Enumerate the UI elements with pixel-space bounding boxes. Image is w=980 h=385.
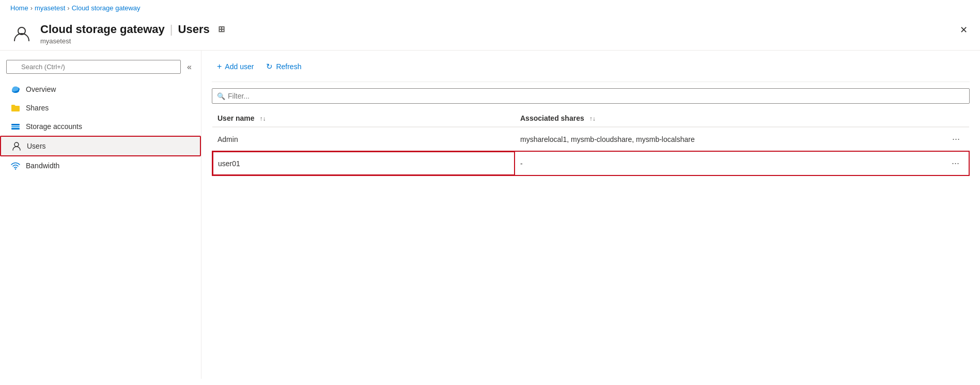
col-header-shares: Associated shares ↑↓: [515, 110, 931, 127]
sidebar: 🔍 « Overview: [0, 51, 201, 379]
cell-username-admin: Admin: [212, 127, 515, 151]
table-row: user01 - ···: [212, 151, 969, 175]
pin-icon[interactable]: ⊞: [218, 24, 225, 34]
filter-row: 🔍: [212, 88, 970, 104]
cloud-icon: [10, 84, 21, 94]
resource-subtitle: myasetest: [40, 37, 225, 45]
page-title: Cloud storage gateway | Users ⊞: [40, 23, 225, 36]
wifi-icon: [10, 161, 21, 171]
sidebar-item-shares-label: Shares: [26, 104, 49, 112]
sort-shares-icon[interactable]: ↑↓: [589, 115, 596, 122]
more-actions-user01-button[interactable]: ···: [947, 157, 963, 170]
refresh-icon: ↻: [266, 62, 273, 71]
svg-point-9: [14, 142, 19, 147]
close-button[interactable]: ✕: [958, 22, 970, 38]
resource-avatar: [10, 22, 33, 45]
sidebar-item-bandwidth-label: Bandwidth: [26, 162, 59, 170]
breadcrumb: Home › myasetest › Cloud storage gateway: [0, 0, 980, 16]
main-content: + Add user ↻ Refresh 🔍 User name: [201, 51, 980, 379]
refresh-button[interactable]: ↻ Refresh: [261, 59, 306, 74]
svg-point-10: [15, 168, 16, 169]
sidebar-item-shares[interactable]: Shares: [0, 99, 201, 117]
col-header-actions: [931, 110, 969, 127]
page-header: Cloud storage gateway | Users ⊞ myasetes…: [0, 16, 980, 51]
users-table: User name ↑↓ Associated shares ↑↓ Admin …: [212, 110, 970, 176]
sort-username-icon[interactable]: ↑↓: [259, 115, 266, 122]
svg-rect-6: [11, 124, 20, 125]
storage-icon: [10, 121, 21, 132]
breadcrumb-home[interactable]: Home: [10, 4, 28, 12]
cell-actions-admin: ···: [931, 127, 969, 151]
sidebar-item-users-label: Users: [27, 142, 46, 150]
filter-input[interactable]: [212, 88, 970, 104]
table-header-row: User name ↑↓ Associated shares ↑↓: [212, 110, 969, 127]
toolbar-divider: [212, 82, 970, 82]
add-user-button[interactable]: + Add user: [212, 59, 259, 74]
add-icon: +: [217, 62, 222, 71]
svg-rect-7: [11, 126, 20, 127]
cell-actions-user01: ···: [931, 151, 969, 175]
sidebar-item-users[interactable]: Users: [0, 136, 201, 156]
cell-username-user01: user01: [212, 151, 515, 175]
search-input[interactable]: [6, 60, 181, 74]
refresh-label: Refresh: [276, 62, 301, 71]
breadcrumb-sep-1: ›: [30, 4, 33, 12]
svg-rect-5: [11, 106, 20, 111]
cell-shares-user01: -: [515, 151, 931, 175]
svg-rect-8: [11, 128, 20, 130]
sidebar-search-row: 🔍 «: [6, 60, 195, 74]
breadcrumb-current[interactable]: Cloud storage gateway: [72, 4, 141, 12]
sidebar-item-storage-accounts[interactable]: Storage accounts: [0, 117, 201, 136]
filter-input-wrap: 🔍: [212, 88, 970, 104]
more-actions-admin-button[interactable]: ···: [948, 133, 964, 146]
add-user-label: Add user: [225, 62, 254, 71]
sidebar-item-overview-label: Overview: [26, 85, 56, 93]
folder-icon: [10, 103, 21, 113]
breadcrumb-myasetest[interactable]: myasetest: [35, 4, 65, 12]
filter-search-icon: 🔍: [217, 92, 225, 100]
sidebar-item-overview[interactable]: Overview: [0, 80, 201, 99]
table-row: Admin mysharelocal1, mysmb-cloudshare, m…: [212, 127, 969, 151]
cell-shares-admin: mysharelocal1, mysmb-cloudshare, mysmb-l…: [515, 127, 931, 151]
col-header-username: User name ↑↓: [212, 110, 515, 127]
search-wrap: 🔍: [6, 60, 181, 74]
sidebar-item-storage-accounts-label: Storage accounts: [26, 122, 82, 131]
toolbar: + Add user ↻ Refresh: [212, 59, 970, 74]
collapse-button[interactable]: «: [184, 60, 195, 74]
user-icon: [11, 141, 22, 151]
svg-point-4: [12, 87, 19, 91]
sidebar-item-bandwidth[interactable]: Bandwidth: [0, 156, 201, 175]
breadcrumb-sep-2: ›: [67, 4, 69, 12]
